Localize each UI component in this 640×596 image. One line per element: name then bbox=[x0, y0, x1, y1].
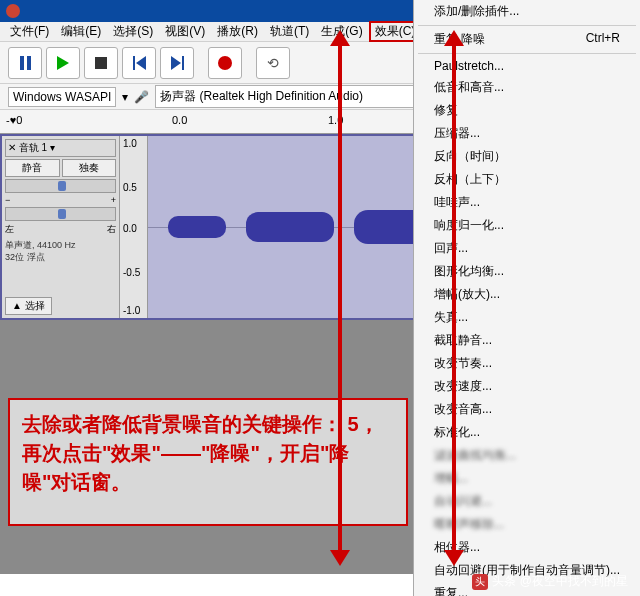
menu-add-remove-plugins[interactable]: 添加/删除插件... bbox=[414, 0, 640, 23]
chevron-down-icon: ▾ bbox=[122, 90, 128, 104]
menu-distortion[interactable]: 失真... bbox=[414, 306, 640, 329]
record-button[interactable] bbox=[208, 47, 242, 79]
watermark: 头 头条 @夜空中找不到的星 bbox=[472, 573, 628, 590]
waveform-blob bbox=[246, 212, 334, 242]
mute-button[interactable]: 静音 bbox=[5, 159, 60, 177]
shortcut-label: Ctrl+R bbox=[586, 31, 620, 48]
play-icon bbox=[57, 56, 69, 70]
menu-transport[interactable]: 播放(R) bbox=[211, 21, 264, 42]
skip-start-icon bbox=[133, 56, 146, 70]
menu-invert[interactable]: 反相（上下） bbox=[414, 168, 640, 191]
track-header[interactable]: ✕ 音轨 1 ▾ bbox=[5, 139, 116, 157]
scale-val: -1.0 bbox=[123, 305, 140, 316]
scale-val: -0.5 bbox=[123, 267, 140, 278]
menu-click-removal[interactable]: 喀嚓声移除... bbox=[414, 513, 640, 536]
scale-val: 0.0 bbox=[123, 223, 137, 234]
ruler-tick: 1.0 bbox=[328, 114, 343, 126]
ruler-tick: -♥0 bbox=[6, 114, 22, 126]
menu-change-speed[interactable]: 改变速度... bbox=[414, 375, 640, 398]
menu-select[interactable]: 选择(S) bbox=[107, 21, 159, 42]
menu-view[interactable]: 视图(V) bbox=[159, 21, 211, 42]
gain-slider[interactable] bbox=[5, 179, 116, 193]
collapse-button[interactable]: ▲ 选择 bbox=[5, 297, 52, 315]
track-format-info: 单声道, 44100 Hz32位 浮点 bbox=[5, 240, 116, 263]
waveform-blob bbox=[168, 216, 227, 238]
speaker-icon: 🎤 bbox=[134, 90, 149, 104]
pan-right: 右 bbox=[107, 223, 116, 236]
loop-icon: ⟲ bbox=[267, 55, 279, 71]
gain-plus: + bbox=[111, 195, 116, 205]
menu-separator bbox=[418, 25, 636, 26]
ruler-tick: 0.0 bbox=[172, 114, 187, 126]
pause-icon bbox=[20, 56, 31, 70]
gain-minus: − bbox=[5, 195, 10, 205]
app-icon bbox=[6, 4, 20, 18]
play-button[interactable] bbox=[46, 47, 80, 79]
stop-button[interactable] bbox=[84, 47, 118, 79]
skip-end-icon bbox=[171, 56, 184, 70]
loop-button[interactable]: ⟲ bbox=[256, 47, 290, 79]
solo-button[interactable]: 独奏 bbox=[62, 159, 117, 177]
skip-start-button[interactable] bbox=[122, 47, 156, 79]
menu-bass-treble[interactable]: 低音和高音... bbox=[414, 76, 640, 99]
scale-val: 1.0 bbox=[123, 138, 137, 149]
menu-filter-curve[interactable]: 滤波曲线均衡... bbox=[414, 444, 640, 467]
menu-amplify-zoom[interactable]: 增幅(放大)... bbox=[414, 283, 640, 306]
stop-icon bbox=[95, 57, 107, 69]
watermark-logo: 头 bbox=[472, 574, 488, 590]
audio-host-select[interactable]: Windows WASAPI bbox=[8, 87, 116, 107]
menu-change-pitch[interactable]: 改变音高... bbox=[414, 398, 640, 421]
menu-separator bbox=[418, 53, 636, 54]
record-icon bbox=[218, 56, 232, 70]
effect-menu-dropdown: 添加/删除插件... 重复 降噪Ctrl+R Paulstretch... 低音… bbox=[413, 0, 640, 596]
annotation-box: 去除或者降低背景噪音的关键操作： 5，再次点击"效果"——"降噪"，开启"降噪"… bbox=[8, 398, 408, 526]
watermark-brand: 头条 bbox=[492, 573, 516, 590]
menu-repeat-noise[interactable]: 重复 降噪Ctrl+R bbox=[414, 28, 640, 51]
menu-change-rhythm[interactable]: 改变节奏... bbox=[414, 352, 640, 375]
menu-repair[interactable]: 修复 bbox=[414, 99, 640, 122]
menu-truncate-silence[interactable]: 截取静音... bbox=[414, 329, 640, 352]
menu-compressor[interactable]: 压缩器... bbox=[414, 122, 640, 145]
menu-auto-duck[interactable]: 自动闪避... bbox=[414, 490, 640, 513]
skip-end-button[interactable] bbox=[160, 47, 194, 79]
watermark-author: @夜空中找不到的星 bbox=[520, 573, 628, 590]
menu-echo[interactable]: 回声... bbox=[414, 237, 640, 260]
pan-left: 左 bbox=[5, 223, 14, 236]
menu-edit[interactable]: 编辑(E) bbox=[55, 21, 107, 42]
menu-paulstretch[interactable]: Paulstretch... bbox=[414, 56, 640, 76]
pause-button[interactable] bbox=[8, 47, 42, 79]
menu-generate[interactable]: 生成(G) bbox=[315, 21, 368, 42]
menu-graphic-eq[interactable]: 图形化均衡... bbox=[414, 260, 640, 283]
menu-amplify[interactable]: 增幅... bbox=[414, 467, 640, 490]
scale-val: 0.5 bbox=[123, 182, 137, 193]
menu-normalize[interactable]: 响度归一化... bbox=[414, 214, 640, 237]
menu-reverse[interactable]: 反向（时间） bbox=[414, 145, 640, 168]
menu-tracks[interactable]: 轨道(T) bbox=[264, 21, 315, 42]
track-control-panel[interactable]: ✕ 音轨 1 ▾ 静音 独奏 −+ 左右 单声道, 44100 Hz32位 浮点… bbox=[2, 136, 120, 318]
menu-file[interactable]: 文件(F) bbox=[4, 21, 55, 42]
menu-phaser[interactable]: 相位器... bbox=[414, 536, 640, 559]
vertical-scale: 1.0 0.5 0.0 -0.5 -1.0 bbox=[120, 136, 148, 318]
menu-normalize2[interactable]: 标准化... bbox=[414, 421, 640, 444]
menu-wahwah[interactable]: 哇哇声... bbox=[414, 191, 640, 214]
pan-slider[interactable] bbox=[5, 207, 116, 221]
